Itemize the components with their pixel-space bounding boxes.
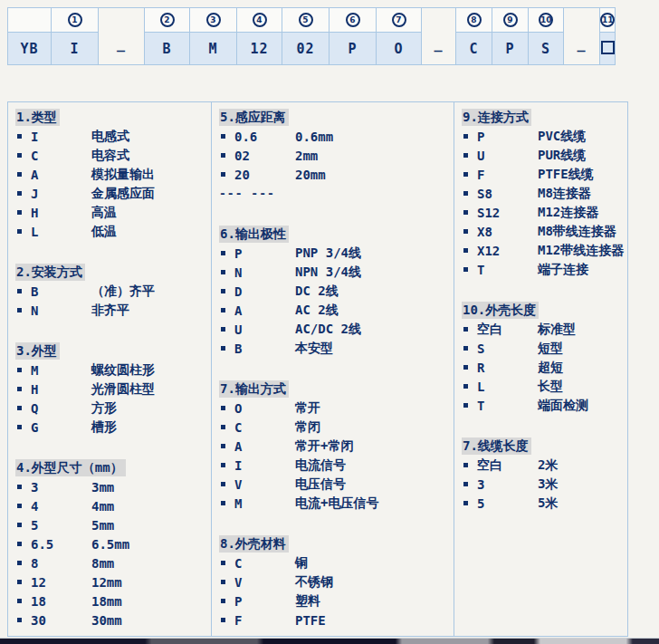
model-code-header: 7 [377, 8, 421, 33]
square-bullet-icon [221, 599, 225, 603]
model-code-cell: _ [564, 8, 600, 64]
section-heading-row: 7.线缆长度 [462, 437, 624, 456]
item-description: 方形 [91, 400, 207, 417]
legend-item: T 端子连接 [462, 260, 624, 279]
item-code: H [31, 382, 91, 397]
item-code: N [31, 303, 91, 318]
item-description: 短型 [538, 341, 624, 357]
legend-columns: 1.类型 I 电感式 C [7, 101, 628, 637]
square-bullet-icon [463, 248, 468, 253]
legend-item: L 长型 [462, 377, 624, 396]
section-items: 空白 2米 3 3米 5 [462, 456, 624, 513]
model-code-header [8, 8, 51, 33]
section-heading: 7.线缆长度 [462, 437, 531, 455]
item-description: 6.5mm [91, 537, 207, 552]
item-code: 4 [31, 499, 91, 514]
square-bullet-icon [221, 251, 225, 255]
circled-number-icon: 5 [299, 13, 313, 27]
model-code-value: B [145, 33, 189, 64]
square-bullet-icon [221, 444, 225, 448]
legend-item: 8 8mm [15, 553, 207, 572]
item-code: Q [31, 401, 91, 416]
item-description: 18mm [91, 594, 207, 609]
item-description: 高温 [91, 205, 207, 221]
square-bullet-icon [17, 210, 22, 215]
square-bullet-icon [17, 580, 22, 584]
item-description: 模拟量输出 [91, 167, 207, 183]
item-code: 3 [477, 477, 538, 492]
legend-item: R 超短 [462, 358, 624, 377]
item-description: 低温 [91, 224, 207, 240]
square-bullet-icon [17, 153, 22, 158]
item-code: A [234, 303, 295, 318]
square-bullet-icon [221, 482, 225, 486]
model-code-value: 02 [282, 33, 329, 64]
square-bullet-icon [463, 501, 468, 505]
model-code-header: 4 [237, 8, 282, 33]
square-bullet-icon [221, 463, 225, 467]
legend-item: N NPN 3/4线 [219, 263, 450, 282]
item-description: 2mm [295, 149, 450, 163]
item-description: 电流信号 [295, 457, 450, 474]
ellipsis-note: --- --- [15, 630, 207, 637]
square-bullet-icon [221, 327, 225, 332]
square-bullet-icon [221, 172, 225, 177]
legend-item: P 塑料 [219, 591, 450, 610]
legend-item: L 低温 [15, 222, 207, 241]
legend-item: 3 3米 [462, 475, 624, 494]
model-code-cell: 5 02 [282, 8, 330, 64]
model-code-header: 3 [190, 8, 236, 33]
square-bullet-icon [221, 308, 225, 312]
square-bullet-icon [221, 561, 225, 565]
square-bullet-icon [221, 580, 225, 584]
item-code: U [234, 322, 295, 337]
square-bullet-icon [463, 134, 468, 139]
item-description: 铜 [295, 555, 450, 572]
legend-item: O 常开 [219, 399, 450, 418]
section-heading: 6.输出极性 [219, 226, 289, 243]
item-description: M12连接器 [538, 205, 624, 221]
item-code: 02 [234, 149, 295, 163]
legend-item: 6.5 6.5mm [15, 534, 207, 553]
square-bullet-icon [463, 384, 468, 389]
model-code-value: _ [422, 8, 455, 64]
square-bullet-icon [17, 504, 22, 508]
item-code: O [234, 401, 295, 416]
legend-item: T 端面检测 [462, 396, 624, 415]
legend-section: 8.外壳材料 C 铜 V [219, 534, 450, 630]
item-code: C [234, 556, 295, 571]
model-code-header: 1 [52, 8, 98, 33]
legend-item: 3 3mm [15, 477, 207, 496]
item-description: 非齐平 [91, 303, 207, 319]
legend-section: 4.外型尺寸（mm） 3 3mm [15, 458, 207, 637]
square-bullet-icon [221, 425, 225, 429]
legend-item: D DC 2线 [219, 282, 450, 301]
square-bullet-icon [17, 191, 22, 196]
square-bullet-icon [221, 134, 225, 139]
item-code: I [31, 130, 91, 144]
item-code: 8 [31, 556, 91, 571]
legend-section: 3.外型 M 螺纹圆柱形 H [15, 341, 207, 437]
square-bullet-icon [17, 523, 22, 527]
section-heading-row: 3.外型 [15, 341, 207, 360]
item-description: 12mm [91, 575, 207, 590]
model-code-cell: 4 12 [237, 8, 282, 64]
model-code-value: _ [564, 8, 599, 64]
legend-item: 12 12mm [15, 572, 207, 591]
legend-item: 0.6 0.6mm [219, 127, 450, 146]
square-bullet-icon [17, 425, 22, 429]
model-code-cell: 9 P [492, 8, 529, 64]
cropped-next-content-strip [0, 638, 659, 644]
item-description: 塑料 [295, 593, 450, 610]
legend-item: 5 5mm [15, 515, 207, 534]
circled-number-icon: 6 [346, 13, 360, 27]
item-code: 6.5 [31, 537, 91, 552]
item-description: PVC线缆 [538, 129, 624, 145]
item-code: 30 [31, 613, 91, 628]
item-code: V [234, 477, 295, 492]
model-code-cell: 8 C [456, 8, 492, 64]
square-bullet-icon [463, 229, 468, 234]
model-code-cell: 1 I [52, 8, 99, 64]
square-bullet-icon [17, 368, 22, 372]
item-code: A [31, 168, 91, 182]
